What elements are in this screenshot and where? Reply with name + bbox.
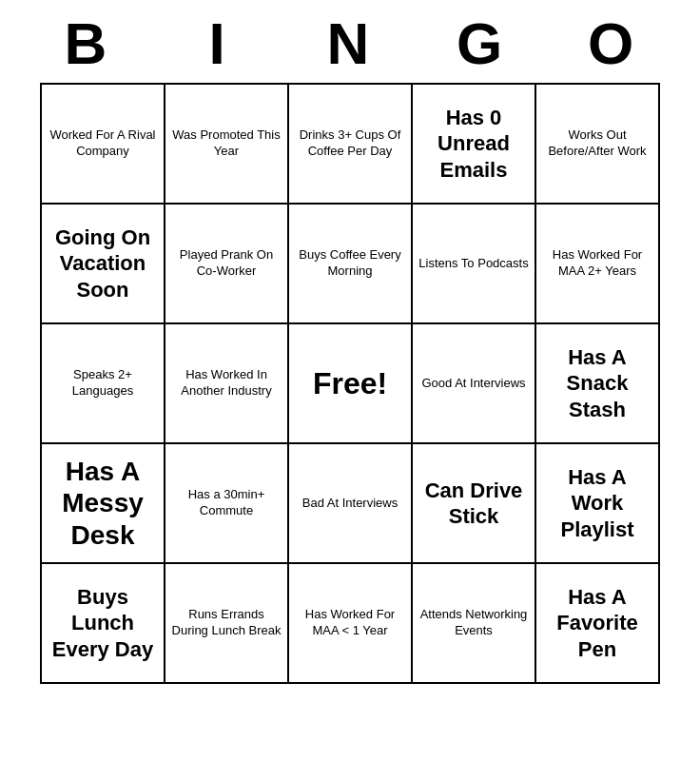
cell-text-18: Can Drive Stick	[418, 478, 529, 530]
bingo-grid: Worked For A Rival CompanyWas Promoted T…	[40, 83, 660, 684]
cell-text-14: Has A Snack Stash	[542, 344, 652, 423]
bingo-cell-11[interactable]: Has Worked In Another Industry	[165, 324, 289, 444]
bingo-cell-13[interactable]: Good At Interviews	[413, 324, 536, 444]
cell-text-6: Played Prank On Co-Worker	[171, 247, 282, 280]
bingo-cell-0[interactable]: Worked For A Rival Company	[42, 85, 165, 205]
cell-text-8: Listens To Podcasts	[418, 256, 528, 272]
cell-text-19: Has A Work Playlist	[542, 464, 652, 543]
letter-i: I	[162, 10, 276, 77]
cell-text-11: Has Worked In Another Industry	[171, 367, 282, 400]
bingo-cell-24[interactable]: Has A Favorite Pen	[536, 564, 660, 684]
bingo-cell-6[interactable]: Played Prank On Co-Worker	[165, 205, 289, 324]
cell-text-10: Speaks 2+ Languages	[48, 367, 158, 400]
cell-text-9: Has Worked For MAA 2+ Years	[542, 247, 652, 280]
bingo-header: B I N G O	[22, 10, 678, 77]
letter-g: G	[424, 10, 538, 77]
bingo-cell-8[interactable]: Listens To Podcasts	[413, 205, 536, 324]
bingo-cell-17[interactable]: Bad At Interviews	[289, 444, 413, 564]
cell-text-3: Has 0 Unread Emails	[418, 105, 529, 184]
bingo-cell-5[interactable]: Going On Vacation Soon	[42, 205, 165, 324]
bingo-cell-7[interactable]: Buys Coffee Every Morning	[289, 205, 413, 324]
cell-text-23: Attends Networking Events	[418, 607, 529, 639]
letter-b: B	[30, 10, 145, 77]
cell-text-17: Bad At Interviews	[302, 496, 398, 512]
cell-text-16: Has a 30min+ Commute	[171, 487, 282, 519]
bingo-cell-16[interactable]: Has a 30min+ Commute	[165, 444, 289, 564]
cell-text-0: Worked For A Rival Company	[48, 127, 158, 160]
cell-text-7: Buys Coffee Every Morning	[295, 247, 405, 280]
cell-text-2: Drinks 3+ Cups Of Coffee Per Day	[295, 127, 405, 160]
cell-text-1: Was Promoted This Year	[171, 127, 282, 160]
cell-text-21: Runs Errands During Lunch Break	[171, 607, 282, 639]
bingo-cell-12[interactable]: Free!	[289, 324, 413, 444]
cell-text-22: Has Worked For MAA < 1 Year	[295, 607, 405, 639]
cell-text-12: Free!	[313, 366, 387, 401]
bingo-cell-23[interactable]: Attends Networking Events	[413, 564, 536, 684]
cell-text-13: Good At Interviews	[421, 376, 525, 392]
cell-text-4: Works Out Before/After Work	[542, 127, 652, 160]
cell-text-5: Going On Vacation Soon	[48, 224, 158, 303]
bingo-cell-22[interactable]: Has Worked For MAA < 1 Year	[289, 564, 413, 684]
cell-text-24: Has A Favorite Pen	[542, 584, 652, 663]
bingo-cell-9[interactable]: Has Worked For MAA 2+ Years	[536, 205, 660, 324]
cell-text-15: Has A Messy Desk	[48, 456, 158, 552]
bingo-cell-1[interactable]: Was Promoted This Year	[165, 85, 289, 205]
bingo-cell-4[interactable]: Works Out Before/After Work	[536, 85, 660, 205]
bingo-cell-21[interactable]: Runs Errands During Lunch Break	[165, 564, 289, 684]
bingo-cell-15[interactable]: Has A Messy Desk	[42, 444, 165, 564]
bingo-cell-14[interactable]: Has A Snack Stash	[536, 324, 660, 444]
bingo-cell-10[interactable]: Speaks 2+ Languages	[42, 324, 165, 444]
bingo-cell-3[interactable]: Has 0 Unread Emails	[413, 85, 536, 205]
bingo-cell-20[interactable]: Buys Lunch Every Day	[42, 564, 165, 684]
letter-o: O	[555, 10, 670, 77]
bingo-cell-2[interactable]: Drinks 3+ Cups Of Coffee Per Day	[289, 85, 413, 205]
letter-n: N	[293, 10, 407, 77]
bingo-cell-19[interactable]: Has A Work Playlist	[536, 444, 660, 564]
cell-text-20: Buys Lunch Every Day	[48, 584, 158, 663]
bingo-cell-18[interactable]: Can Drive Stick	[413, 444, 536, 564]
